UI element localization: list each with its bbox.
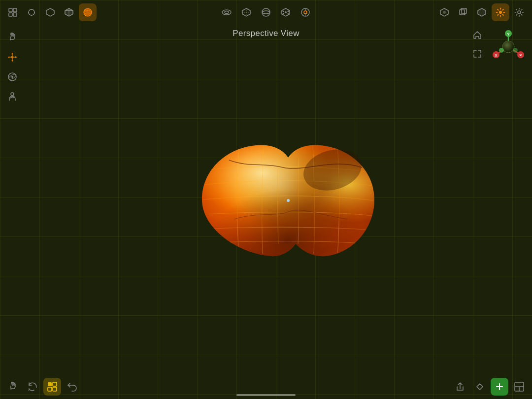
person-button[interactable] — [3, 88, 21, 105]
subdivide-icon[interactable] — [237, 3, 255, 21]
svg-rect-67 — [48, 387, 52, 391]
svg-point-63 — [287, 199, 290, 202]
orbit-button[interactable] — [3, 68, 21, 86]
svg-point-35 — [499, 11, 502, 14]
3d-object — [150, 121, 406, 278]
fullscreen-button[interactable] — [469, 46, 485, 62]
undo-rotate-button[interactable] — [24, 378, 41, 396]
settings-active-icon[interactable] — [492, 3, 509, 21]
torus-icon[interactable] — [218, 3, 235, 21]
svg-point-18 — [262, 8, 270, 16]
svg-point-4 — [29, 9, 34, 15]
svg-rect-3 — [13, 13, 17, 16]
transform-tool-button[interactable] — [3, 48, 21, 66]
svg-rect-0 — [9, 8, 12, 12]
svg-point-47 — [11, 93, 14, 96]
sphere-active-icon[interactable] — [79, 3, 97, 21]
svg-text:×: × — [519, 53, 522, 58]
corner-buttons — [469, 27, 485, 62]
svg-line-49 — [10, 97, 12, 98]
svg-marker-41 — [8, 56, 9, 58]
grid-toggle-icon[interactable] — [4, 3, 22, 21]
svg-point-43 — [11, 56, 14, 59]
svg-text:Y: Y — [507, 32, 510, 36]
top-toolbar — [0, 0, 532, 25]
loop-cut-icon[interactable] — [257, 3, 275, 21]
svg-point-22 — [283, 13, 284, 15]
cube-wire-icon[interactable] — [454, 3, 472, 21]
share-button[interactable] — [451, 378, 469, 396]
orientation-widget[interactable]: Y X × — [489, 27, 528, 66]
cube-front-view-icon[interactable] — [435, 3, 453, 21]
hand-tool-button[interactable] — [3, 29, 21, 46]
svg-point-23 — [288, 13, 289, 15]
bottom-right-group — [451, 378, 528, 396]
toolbar-center-group — [218, 3, 314, 21]
cursor-icon[interactable] — [23, 3, 40, 21]
svg-line-50 — [12, 97, 14, 98]
svg-point-60 — [502, 41, 514, 53]
panels-button[interactable] — [510, 378, 528, 396]
left-sidebar — [0, 25, 25, 374]
cube-faces-icon[interactable] — [473, 3, 491, 21]
svg-rect-68 — [53, 387, 57, 391]
svg-point-21 — [288, 11, 289, 12]
svg-marker-40 — [11, 60, 13, 62]
svg-rect-65 — [48, 382, 52, 386]
cube-outline-icon[interactable] — [41, 3, 59, 21]
bottom-left-group — [4, 378, 81, 396]
svg-rect-2 — [9, 13, 12, 16]
home-button[interactable] — [469, 27, 485, 43]
keyboard-shortcut-button[interactable] — [471, 378, 489, 396]
svg-point-19 — [285, 11, 287, 13]
svg-marker-39 — [11, 53, 13, 54]
crease-icon[interactable] — [297, 3, 314, 21]
undo-button[interactable] — [63, 378, 81, 396]
svg-marker-42 — [15, 56, 17, 58]
object-canvas[interactable] — [25, 25, 532, 374]
svg-point-25 — [304, 11, 307, 14]
add-button[interactable] — [491, 378, 508, 396]
svg-point-36 — [518, 11, 521, 14]
layout-button[interactable] — [43, 378, 61, 396]
svg-point-15 — [225, 11, 229, 14]
svg-rect-1 — [13, 8, 17, 12]
cube-solid-icon[interactable] — [60, 3, 78, 21]
multicut-icon[interactable] — [277, 3, 295, 21]
toolbar-right-group — [435, 3, 528, 21]
settings-icon[interactable] — [510, 3, 528, 21]
svg-point-61 — [499, 48, 504, 53]
toolbar-left-group — [4, 3, 97, 21]
svg-text:X: X — [495, 53, 498, 58]
svg-point-20 — [283, 11, 284, 12]
svg-point-28 — [443, 11, 446, 14]
pan-tool-button[interactable] — [4, 378, 22, 396]
bottom-toolbar — [0, 374, 532, 399]
svg-point-46 — [11, 76, 13, 78]
svg-point-62 — [513, 48, 518, 53]
svg-rect-66 — [53, 382, 57, 386]
